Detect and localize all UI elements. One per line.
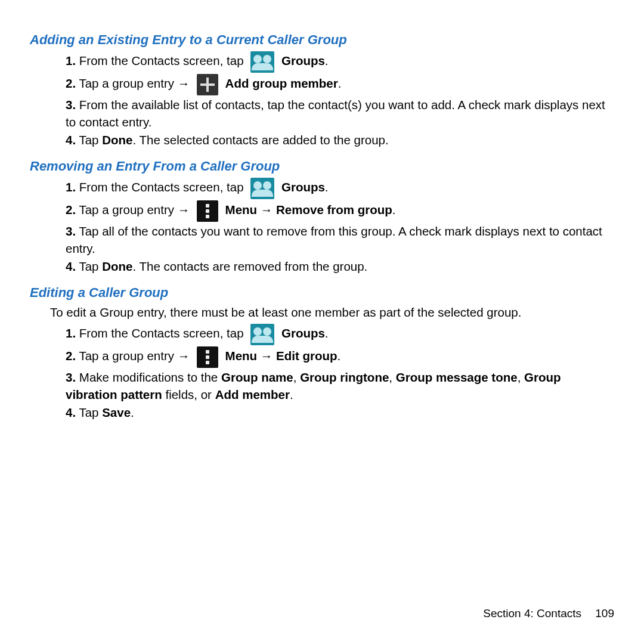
plus-icon (197, 74, 218, 95)
list-item: 1. From the Contacts screen, tap Groups. (66, 178, 614, 199)
list-item: 4. Tap Done. The selected contacts are a… (66, 132, 614, 149)
intro-editing-group: To edit a Group entry, there must be at … (50, 304, 614, 321)
list-item: 4. Tap Done. The contacts are removed fr… (66, 258, 614, 275)
heading-adding-entry: Adding an Existing Entry to a Current Ca… (30, 32, 614, 48)
list-editing-group: 1. From the Contacts screen, tap Groups.… (30, 324, 614, 422)
heading-removing-entry: Removing an Entry From a Caller Group (30, 159, 614, 174)
list-item: 3. Make modifications to the Group name,… (66, 369, 614, 403)
list-item: 1. From the Contacts screen, tap Groups. (66, 51, 614, 73)
list-item: 4. Tap Save. (66, 404, 614, 422)
list-item: 3. From the available list of contacts, … (66, 97, 614, 131)
groups-icon (250, 51, 274, 73)
groups-icon (250, 324, 274, 345)
list-adding-entry: 1. From the Contacts screen, tap Groups.… (30, 51, 614, 149)
heading-editing-group: Editing a Caller Group (30, 285, 614, 301)
page-footer: Section 4: Contacts 109 (483, 607, 614, 620)
list-item: 2. Tap a group entry → Menu → Remove fro… (66, 200, 614, 222)
page-number: 109 (595, 607, 614, 620)
menu-icon (197, 346, 218, 368)
page: Adding an Existing Entry to a Current Ca… (0, 0, 644, 644)
list-item: 2. Tap a group entry → Add group member. (66, 74, 614, 95)
menu-icon (197, 200, 218, 222)
list-item: 2. Tap a group entry → Menu → Edit group… (66, 346, 614, 368)
list-item: 1. From the Contacts screen, tap Groups. (66, 324, 614, 345)
section-label: Section 4: Contacts (483, 607, 581, 620)
list-removing-entry: 1. From the Contacts screen, tap Groups.… (30, 178, 614, 275)
groups-icon (250, 178, 274, 199)
list-item: 3. Tap all of the contacts you want to r… (66, 223, 614, 257)
